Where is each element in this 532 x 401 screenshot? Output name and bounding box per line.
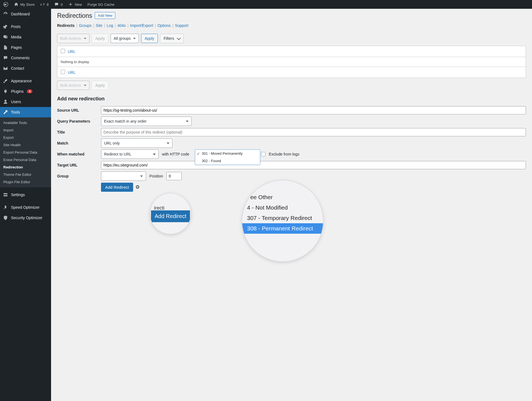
add-redirection-heading: Add new redirection bbox=[57, 96, 526, 102]
comment-icon bbox=[54, 2, 59, 7]
exclude-logs-label: Exclude from logs bbox=[269, 152, 299, 156]
with-http-code-label: with HTTP code bbox=[162, 152, 189, 156]
group-filter-select[interactable]: All groups bbox=[111, 34, 139, 43]
tab-options[interactable]: Options bbox=[157, 23, 170, 28]
match-select[interactable]: URL only bbox=[101, 139, 172, 148]
zoom-lens-dropdown: ee Other4 - Not Modified307 - Temporary … bbox=[242, 180, 323, 262]
admin-toolbar: My Store 8 0 New Purge SG Cache bbox=[0, 0, 532, 9]
site-name-link[interactable]: My Store bbox=[13, 2, 36, 7]
zoom-add-redirect: Add Redirect bbox=[151, 210, 190, 222]
plus-icon bbox=[68, 2, 73, 7]
url-column-footer[interactable]: URL bbox=[68, 70, 75, 75]
query-params-select[interactable]: Exact match in any order bbox=[101, 117, 192, 126]
tab-importexport[interactable]: Import/Export bbox=[130, 23, 153, 28]
home-icon bbox=[14, 2, 19, 7]
position-input[interactable] bbox=[166, 172, 182, 180]
submenu-item-export[interactable]: Export bbox=[0, 134, 51, 141]
tab-groups[interactable]: Groups bbox=[79, 23, 91, 28]
source-url-input[interactable] bbox=[101, 106, 526, 114]
submenu-item-redirection[interactable]: Redirection bbox=[0, 163, 51, 171]
add-redirect-button[interactable]: Add Redirect bbox=[101, 183, 133, 192]
sidebar-item-contact[interactable]: Contact bbox=[0, 63, 51, 74]
sidebar-item-speed-optimizer[interactable]: Speed Optimizer bbox=[0, 202, 51, 213]
mail-icon bbox=[3, 66, 8, 71]
comments-count: 0 bbox=[61, 2, 63, 7]
select-all-checkbox-bottom[interactable] bbox=[61, 70, 65, 74]
submenu-item-plugin-file-editor[interactable]: Plugin File Editor bbox=[0, 178, 51, 186]
apply-button-top[interactable]: Apply bbox=[92, 34, 108, 43]
tab-support[interactable]: Support bbox=[175, 23, 188, 28]
target-url-input[interactable] bbox=[101, 161, 526, 169]
sidebar-item-settings[interactable]: Settings bbox=[0, 190, 51, 200]
bulk-actions-select-bottom[interactable]: Bulk Actions bbox=[57, 81, 89, 90]
match-label: Match bbox=[57, 141, 101, 145]
sidebar-item-security-optimizer[interactable]: Security Optimizer bbox=[0, 213, 51, 223]
submenu-item-erase-personal-data[interactable]: Erase Personal Data bbox=[0, 156, 51, 163]
when-matched-select[interactable]: Redirect to URL bbox=[101, 149, 159, 159]
http-code-dropdown[interactable]: ✓301 - Moved Permanently302 - Found bbox=[195, 149, 260, 165]
new-content-link[interactable]: New bbox=[67, 2, 83, 7]
sidebar-item-users[interactable]: Users bbox=[0, 97, 51, 107]
redirects-table: URL Nothing to display. URL bbox=[57, 46, 526, 78]
sidebar-item-pages[interactable]: Pages bbox=[0, 42, 51, 53]
filter-apply-button[interactable]: Apply bbox=[141, 34, 158, 43]
tab-s[interactable]: 404s bbox=[117, 23, 126, 28]
update-badge: 4 bbox=[27, 89, 32, 93]
wp-logo[interactable] bbox=[2, 2, 9, 7]
rocket-icon bbox=[3, 205, 8, 210]
wordpress-icon bbox=[3, 2, 8, 7]
bulk-actions-select-top[interactable]: Bulk Actions bbox=[57, 34, 89, 43]
apply-button-bottom[interactable]: Apply bbox=[92, 81, 108, 90]
refresh-icon bbox=[40, 2, 45, 7]
shield-icon bbox=[3, 215, 8, 221]
sidebar-item-plugins[interactable]: Plugins4 bbox=[0, 86, 51, 97]
source-url-label: Source URL bbox=[57, 108, 101, 112]
select-all-checkbox-top[interactable] bbox=[61, 49, 65, 53]
gear-icon[interactable]: ⚙ bbox=[135, 184, 140, 190]
new-label: New bbox=[75, 2, 82, 7]
http-option[interactable]: 302 - Found bbox=[195, 157, 260, 165]
submenu-item-site-health[interactable]: Site Health bbox=[0, 141, 51, 149]
zoom-lens-button: irecti Add Redirect bbox=[150, 193, 191, 234]
zoom-option: 307 - Temporary Redirect bbox=[242, 213, 323, 223]
tab-site[interactable]: Site bbox=[96, 23, 102, 28]
group-label: Group bbox=[57, 174, 101, 178]
group-select[interactable] bbox=[101, 171, 146, 181]
url-column-header[interactable]: URL bbox=[68, 49, 75, 54]
purge-cache-label: Purge SG Cache bbox=[88, 2, 114, 7]
add-new-button[interactable]: Add New bbox=[95, 12, 115, 19]
wrench-icon bbox=[3, 109, 8, 115]
sidebar-item-appearance[interactable]: Appearance bbox=[0, 76, 51, 86]
http-option[interactable]: ✓301 - Moved Permanently bbox=[195, 150, 260, 157]
filters-button[interactable]: Filters bbox=[160, 34, 184, 43]
tab-redirects[interactable]: Redirects bbox=[57, 23, 75, 28]
title-label: Title bbox=[57, 130, 101, 134]
sidebar-item-tools[interactable]: Tools bbox=[0, 107, 51, 117]
table-header-row: URL bbox=[57, 46, 526, 57]
sliders-icon bbox=[3, 192, 8, 197]
user-icon bbox=[3, 99, 8, 105]
submenu-item-available-tools[interactable]: Available Tools bbox=[0, 119, 51, 126]
comment-icon bbox=[3, 55, 8, 61]
sidebar-item-comments[interactable]: Comments bbox=[0, 53, 51, 63]
sidebar-item-dashboard[interactable]: Dashboard bbox=[0, 9, 51, 19]
submenu-item-theme-file-editor[interactable]: Theme File Editor bbox=[0, 171, 51, 178]
zoom-option: ee Other bbox=[242, 192, 323, 202]
purge-cache-link[interactable]: Purge SG Cache bbox=[86, 2, 116, 7]
chevron-down-icon bbox=[177, 36, 181, 40]
title-input[interactable] bbox=[101, 128, 526, 136]
target-url-label: Target URL bbox=[57, 163, 101, 167]
submenu-item-import[interactable]: Import bbox=[0, 126, 51, 134]
tablenav-top: Bulk Actions Apply All groups Apply Filt… bbox=[57, 34, 526, 43]
tab-log[interactable]: Log bbox=[107, 23, 113, 28]
updates-link[interactable]: 8 bbox=[39, 2, 50, 7]
page-title: Redirections bbox=[57, 12, 92, 19]
exclude-logs-checkbox[interactable] bbox=[261, 152, 265, 156]
updates-count: 8 bbox=[47, 2, 49, 7]
submenu-item-export-personal-data[interactable]: Export Personal Data bbox=[0, 149, 51, 156]
plug-icon bbox=[3, 89, 8, 94]
sidebar-item-media[interactable]: Media bbox=[0, 32, 51, 42]
comments-link[interactable]: 0 bbox=[53, 2, 64, 7]
plugin-tabs: Redirects|Groups|Site|Log|404s|Import/Ex… bbox=[57, 23, 526, 28]
sidebar-item-posts[interactable]: Posts bbox=[0, 21, 51, 32]
